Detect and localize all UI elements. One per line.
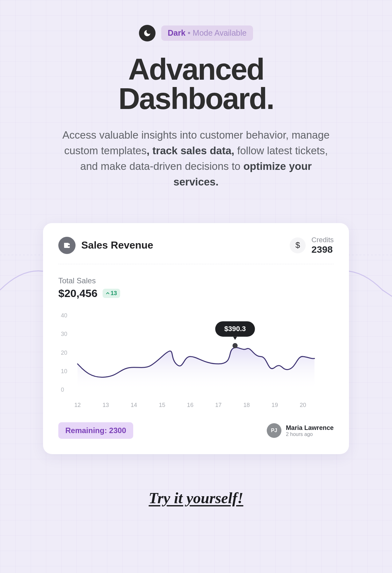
user-row: PJ Maria Lawrence 2 hours ago	[267, 423, 334, 438]
avatar: PJ	[267, 423, 281, 438]
delta-value: 13	[111, 290, 117, 297]
x-tick: 16	[187, 402, 193, 408]
dollar-icon: $	[290, 237, 306, 253]
sales-chart: 40 30 20 10 0 12 13 14 15 16 17 18 19 20…	[58, 308, 334, 410]
try-it-cta[interactable]: Try it yourself!	[0, 489, 392, 507]
page-description: Access valuable insights into customer b…	[62, 127, 330, 190]
chart-hover-dot	[233, 343, 238, 348]
page-title: Advanced Dashboard.	[0, 55, 392, 113]
title-line-2: Dashboard.	[118, 82, 273, 115]
x-tick: 14	[131, 402, 137, 408]
wallet-icon	[58, 237, 76, 254]
moon-icon	[139, 25, 156, 41]
title-line-1: Advanced	[128, 53, 264, 86]
user-name: Maria Lawrence	[286, 424, 334, 432]
svg-rect-3	[68, 245, 70, 246]
chart-tooltip: $390.3	[215, 321, 255, 348]
sales-card: Sales Revenue $ Credits 2398 Total Sales…	[43, 223, 349, 454]
x-tick: 19	[272, 402, 278, 408]
y-tick: 20	[61, 349, 67, 356]
user-time: 2 hours ago	[286, 432, 334, 437]
card-footer: Remaining: 2300 PJ Maria Lawrence 2 hour…	[58, 422, 334, 439]
total-sales-row: Total Sales $20,456 13	[58, 276, 334, 300]
credits-label: Credits	[311, 236, 334, 244]
credits-value: 2398	[311, 244, 334, 255]
svg-rect-2	[64, 243, 69, 244]
total-sales-label: Total Sales	[58, 276, 334, 285]
total-sales-value: $20,456	[58, 287, 98, 300]
card-header: Sales Revenue $ Credits 2398	[58, 236, 334, 264]
badge-row: Dark • Mode Available	[0, 0, 392, 41]
badge-strong: Dark	[168, 28, 185, 37]
y-tick: 40	[61, 312, 67, 319]
x-tick: 20	[300, 402, 306, 408]
y-tick: 0	[61, 387, 64, 393]
delta-badge: 13	[103, 289, 120, 298]
x-tick: 18	[243, 402, 250, 408]
remaining-badge: Remaining: 2300	[58, 422, 133, 439]
badge-rest: Mode Available	[193, 28, 247, 37]
card-title: Sales Revenue	[81, 239, 153, 251]
x-tick: 17	[215, 402, 221, 408]
y-tick: 30	[61, 331, 67, 337]
tooltip-value: $390.3	[224, 325, 246, 333]
x-tick: 15	[159, 402, 165, 408]
dark-mode-badge: Dark • Mode Available	[161, 25, 253, 41]
chevron-up-icon	[106, 291, 110, 295]
badge-dot: •	[188, 28, 191, 37]
x-tick: 13	[103, 402, 109, 408]
x-tick: 12	[74, 402, 81, 408]
y-tick: 10	[61, 368, 67, 374]
chart-area	[77, 347, 314, 391]
